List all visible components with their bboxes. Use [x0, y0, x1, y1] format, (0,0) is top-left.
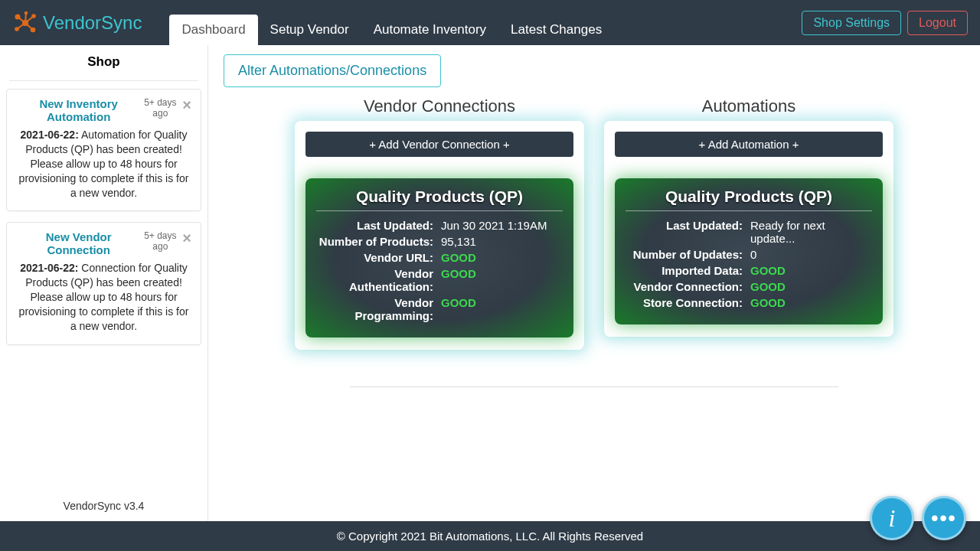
notification-item: New Inventory Automation 5+ days ago × 2… — [6, 89, 201, 211]
notification-title[interactable]: New Vendor Connection — [16, 230, 141, 256]
panel-title: Vendor Connections — [295, 96, 584, 116]
vendor-card[interactable]: Quality Products (QP) Last Updated:Jun 3… — [305, 178, 573, 337]
notifications-list: New Inventory Automation 5+ days ago × 2… — [0, 81, 207, 491]
nav-automate-inventory[interactable]: Automate Inventory — [361, 15, 498, 45]
card-title: Quality Products (QP) — [626, 187, 872, 211]
main-content: Alter Automations/Connections Vendor Con… — [208, 45, 980, 521]
chat-icon: ••• — [931, 507, 956, 530]
notification-time: 5+ days ago — [141, 97, 179, 119]
svg-line-10 — [25, 13, 26, 23]
nav-links: Dashboard Setup Vendor Automate Inventor… — [169, 0, 614, 45]
sidebar-title: Shop — [9, 45, 198, 81]
logout-button[interactable]: Logout — [907, 11, 968, 35]
svg-line-6 — [18, 17, 25, 23]
brand-logo-icon — [12, 10, 38, 36]
svg-line-7 — [25, 16, 34, 23]
divider — [350, 386, 839, 387]
shop-settings-button[interactable]: Shop Settings — [802, 11, 901, 35]
sidebar: Shop New Inventory Automation 5+ days ag… — [0, 45, 208, 521]
automation-card[interactable]: Quality Products (QP) Last Updated:Ready… — [615, 178, 883, 324]
notification-time: 5+ days ago — [141, 230, 179, 252]
notification-body: 2021-06-22: Connection for Quality Produ… — [16, 261, 191, 333]
nav-setup-vendor[interactable]: Setup Vendor — [258, 15, 361, 45]
svg-line-8 — [17, 23, 25, 29]
app-version: VendorSync v3.4 — [0, 491, 207, 521]
notification-item: New Vendor Connection 5+ days ago × 2021… — [6, 222, 201, 344]
card-title: Quality Products (QP) — [316, 187, 563, 211]
close-icon[interactable]: × — [182, 97, 191, 112]
footer-text: © Copyright 2021 Bit Automations, LLC. A… — [337, 530, 643, 543]
notification-body: 2021-06-22: Automation for Quality Produ… — [16, 128, 191, 200]
nav-latest-changes[interactable]: Latest Changes — [498, 15, 614, 45]
navbar: VendorSync Dashboard Setup Vendor Automa… — [0, 0, 980, 45]
notification-title[interactable]: New Inventory Automation — [16, 97, 141, 123]
brand-text: VendorSync — [43, 12, 142, 34]
nav-dashboard[interactable]: Dashboard — [169, 15, 257, 45]
vendor-connections-panel: Vendor Connections + Add Vendor Connecti… — [295, 96, 584, 350]
close-icon[interactable]: × — [182, 230, 191, 246]
add-automation-button[interactable]: + Add Automation + — [615, 132, 883, 157]
panel-title: Automations — [604, 96, 893, 116]
alter-automations-button[interactable]: Alter Automations/Connections — [224, 54, 441, 87]
info-icon: i — [889, 504, 896, 533]
footer: © Copyright 2021 Bit Automations, LLC. A… — [0, 521, 980, 551]
automations-panel: Automations + Add Automation + Quality P… — [604, 96, 893, 350]
brand[interactable]: VendorSync — [12, 10, 142, 36]
svg-line-9 — [25, 23, 33, 30]
info-button[interactable]: i — [870, 496, 914, 540]
add-vendor-connection-button[interactable]: + Add Vendor Connection + — [305, 132, 573, 157]
chat-button[interactable]: ••• — [922, 496, 966, 540]
